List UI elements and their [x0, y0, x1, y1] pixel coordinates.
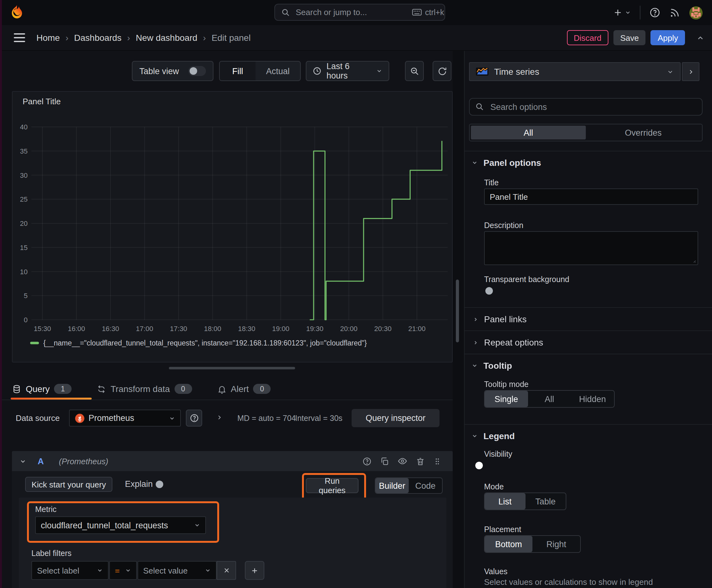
trash-icon[interactable]: [416, 456, 425, 466]
svg-text:18:00: 18:00: [204, 325, 221, 333]
legend-header[interactable]: Legend: [472, 431, 515, 441]
vertical-scrollbar[interactable]: [456, 279, 459, 342]
datasource-help-button[interactable]: [186, 410, 202, 426]
save-button[interactable]: Save: [613, 30, 646, 45]
news-rss-icon[interactable]: [669, 7, 680, 18]
operator-dropdown[interactable]: =: [109, 561, 137, 580]
placement-right-option[interactable]: Right: [533, 536, 580, 552]
tab-all[interactable]: All: [471, 126, 586, 140]
drag-handle-icon[interactable]: [433, 456, 441, 466]
help-icon[interactable]: [649, 7, 661, 18]
collapse-chevron-up-icon[interactable]: [696, 34, 705, 42]
svg-text:35: 35: [20, 147, 28, 155]
placement-bottom-option[interactable]: Bottom: [485, 536, 533, 552]
expand-chevron-right-icon[interactable]: [216, 414, 223, 421]
svg-text:10: 10: [20, 268, 28, 276]
collapse-chevron-down-icon[interactable]: [19, 458, 26, 465]
tab-query[interactable]: Query 1: [0, 378, 80, 400]
interval-stat: Interval = 30s: [295, 414, 343, 423]
legend-list-option[interactable]: List: [485, 493, 525, 509]
panel-title-input[interactable]: [484, 188, 698, 205]
refresh-icon: [437, 66, 447, 76]
duplicate-icon[interactable]: [380, 456, 389, 466]
editor-tabs: Query 1 Transform data 0 Alert 0: [0, 378, 453, 400]
run-queries-button[interactable]: Run queries: [306, 478, 359, 493]
select-value-dropdown[interactable]: Select value: [137, 561, 217, 580]
remove-filter-button[interactable]: [217, 561, 236, 580]
menu-toggle-icon[interactable]: [14, 33, 25, 42]
tab-transform-data[interactable]: Transform data 0: [88, 378, 201, 400]
datasource-row: Data source Prometheus: [0, 408, 453, 429]
tab-overrides[interactable]: Overrides: [586, 126, 701, 140]
resize-handle-icon[interactable]: [691, 257, 696, 263]
svg-text:15: 15: [20, 244, 28, 252]
grafana-edit-panel-screen: ctrl+k: [0, 0, 712, 588]
tab-alert-label: Alert: [231, 384, 249, 394]
collapse-sidebar-button[interactable]: [682, 62, 699, 81]
global-search[interactable]: ctrl+k: [274, 4, 445, 21]
svg-text:16:30: 16:30: [102, 325, 119, 333]
svg-text:18:30: 18:30: [238, 325, 255, 333]
apply-button[interactable]: Apply: [651, 30, 685, 45]
table-view-toggle[interactable]: [188, 66, 206, 76]
panel-links-section[interactable]: Panel links: [473, 314, 526, 324]
series-label: {__name__="cloudflared_tunnel_total_requ…: [43, 339, 367, 347]
timeseries-chart[interactable]: 051015202530354015:3016:0016:3017:0017:3…: [13, 92, 452, 362]
tab-transform-label: Transform data: [110, 384, 170, 394]
grafana-logo-icon[interactable]: [9, 4, 25, 21]
breadcrumb-new-dashboard[interactable]: New dashboard: [136, 33, 197, 43]
visualization-picker[interactable]: Time series: [469, 62, 681, 81]
kick-start-query-button[interactable]: Kick start your query: [25, 477, 112, 492]
divider: [465, 331, 712, 331]
user-avatar[interactable]: [689, 5, 703, 20]
add-filter-button[interactable]: [245, 561, 264, 580]
svg-text:17:00: 17:00: [136, 325, 153, 333]
tooltip-all-option[interactable]: All: [528, 391, 571, 407]
legend-table-option[interactable]: Table: [525, 493, 566, 509]
breadcrumb-dashboards[interactable]: Dashboards: [74, 33, 122, 43]
actual-option[interactable]: Actual: [256, 62, 300, 80]
add-menu-button[interactable]: [613, 7, 631, 18]
legend-item[interactable]: {__name__="cloudflared_tunnel_total_requ…: [30, 339, 367, 347]
select-label-dropdown[interactable]: Select label: [31, 561, 109, 580]
panel-title[interactable]: Panel Title: [23, 97, 61, 106]
tooltip-hidden-option[interactable]: Hidden: [571, 391, 614, 407]
code-option[interactable]: Code: [409, 478, 442, 493]
operator-value: =: [115, 566, 121, 575]
refresh-button[interactable]: [433, 61, 451, 81]
visibility-label: Visibility: [484, 450, 512, 459]
query-row-header[interactable]: A (Prometheus): [12, 451, 453, 471]
panel-options-header[interactable]: Panel options: [472, 158, 541, 168]
horizontal-scrollbar[interactable]: [169, 367, 295, 370]
metric-select[interactable]: cloudflared_tunnel_total_requests: [35, 517, 206, 534]
search-input[interactable]: [295, 7, 408, 18]
builder-option[interactable]: Builder: [375, 478, 409, 493]
query-inspector-button[interactable]: Query inspector: [352, 409, 439, 427]
query-datasource-hint: (Prometheus): [59, 456, 109, 466]
tooltip-header[interactable]: Tooltip: [472, 361, 512, 371]
chevron-down-icon: [472, 160, 478, 166]
svg-text:0: 0: [24, 316, 28, 324]
eye-icon[interactable]: [397, 456, 408, 466]
options-search-input[interactable]: [489, 102, 696, 112]
discard-button[interactable]: Discard: [567, 30, 608, 45]
datasource-picker[interactable]: Prometheus: [69, 410, 181, 426]
divider: [465, 354, 712, 354]
legend-mode-label: Mode: [484, 482, 504, 491]
help-icon[interactable]: [362, 456, 372, 466]
title-label: Title: [484, 178, 498, 187]
description-textarea[interactable]: [484, 231, 698, 265]
tooltip-single-option[interactable]: Single: [485, 391, 528, 407]
zoom-out-button[interactable]: [405, 61, 424, 81]
time-range-picker[interactable]: Last 6 hours: [306, 61, 389, 81]
chevron-right-icon: [473, 339, 478, 345]
fill-option[interactable]: Fill: [220, 62, 256, 80]
chevron-down-icon: [194, 522, 200, 528]
options-search[interactable]: [469, 98, 703, 115]
repeat-options-section[interactable]: Repeat options: [473, 337, 543, 348]
tab-alert[interactable]: Alert 0: [208, 378, 280, 400]
description-field-wrap: [484, 231, 698, 265]
breadcrumb-home[interactable]: Home: [37, 33, 60, 43]
description-label: Description: [484, 221, 523, 230]
values-label: Values: [484, 567, 508, 576]
